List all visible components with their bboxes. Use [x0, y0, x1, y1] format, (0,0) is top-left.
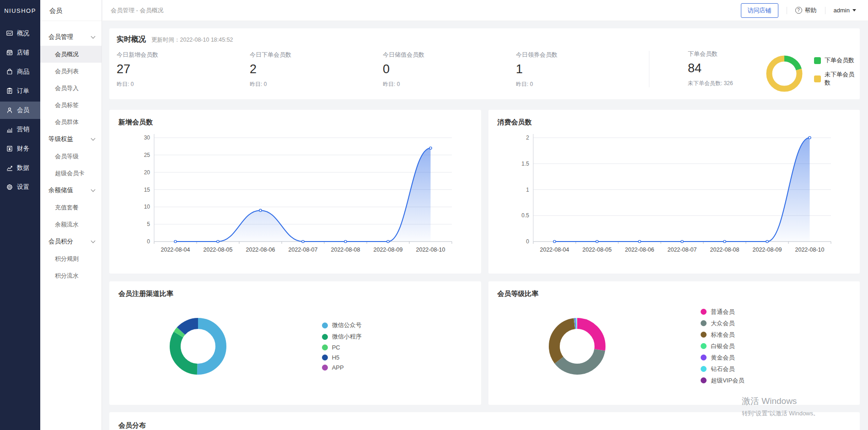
sidebar-item-商品[interactable]: 商品 — [0, 63, 40, 81]
legend-item-H5[interactable]: H5 — [322, 354, 481, 361]
stat-value: 27 — [117, 62, 250, 76]
legend-label: 大众会员 — [711, 319, 734, 328]
sidebar-item-会员[interactable]: 会员 — [0, 102, 40, 119]
svg-text:0.5: 0.5 — [521, 212, 529, 219]
sidebar-item-财务[interactable]: 财务 — [0, 140, 40, 157]
legend-swatch — [322, 365, 328, 371]
sidebar-item-label: 会员 — [17, 106, 29, 114]
svg-text:0: 0 — [147, 238, 150, 245]
svg-text:25: 25 — [144, 152, 150, 158]
sidebar-item-营销[interactable]: 营销 — [0, 121, 40, 138]
svg-text:0: 0 — [526, 238, 529, 245]
submenu-item-会员概况[interactable]: 会员概况 — [40, 46, 102, 63]
legend-item-大众会员[interactable]: 大众会员 — [701, 319, 860, 328]
stat-label: 今日储值会员数 — [383, 51, 516, 59]
stat-sub: 未下单会员数: 326 — [688, 80, 757, 87]
chart-box: 00.511.522022-08-042022-08-052022-08-062… — [498, 129, 860, 263]
svg-text:2022-08-10: 2022-08-10 — [416, 247, 445, 253]
stat-value: 0 — [383, 62, 516, 76]
stat-label: 今日领券会员数 — [516, 51, 649, 59]
caret-down-icon — [852, 9, 856, 11]
svg-text:2022-08-05: 2022-08-05 — [582, 247, 611, 253]
order-icon — [6, 87, 13, 95]
help-label: 帮助 — [805, 6, 817, 15]
legend-swatch — [701, 320, 707, 326]
submenu-item-label: 余额流水 — [55, 220, 79, 229]
submenu-item-积分流水[interactable]: 积分流水 — [40, 267, 102, 284]
goods-icon — [6, 68, 13, 75]
legend-item-黄金会员[interactable]: 黄金会员 — [701, 354, 860, 362]
legend-item-超级VIP会员[interactable]: 超级VIP会员 — [701, 376, 860, 385]
sidebar-item-设置[interactable]: 设置 — [0, 178, 40, 196]
line-charts-row: 新增会员数 0510152025302022-08-042022-08-0520… — [109, 110, 860, 274]
sidebar-item-label: 财务 — [17, 145, 29, 153]
sidebar-item-数据[interactable]: 数据 — [0, 159, 40, 177]
sub-sidebar: 会员 会员管理会员概况会员列表会员导入会员标签会员群体等级权益会员等级超级会员卡… — [40, 0, 102, 430]
sidebar-item-概况[interactable]: 概况 — [0, 25, 40, 42]
sub-sidebar-title: 会员 — [40, 0, 102, 21]
legend-swatch — [701, 343, 707, 349]
submenu-group-会员管理[interactable]: 会员管理 — [40, 28, 102, 46]
stat-label: 下单会员数 — [688, 50, 757, 58]
legend-label: 超级VIP会员 — [711, 376, 744, 385]
submenu-item-余额流水[interactable]: 余额流水 — [40, 216, 102, 233]
chart-box: 0510152025302022-08-042022-08-052022-08-… — [118, 129, 481, 263]
submenu-item-会员导入[interactable]: 会员导入 — [40, 80, 102, 97]
legend-item-下单会员数[interactable]: 下单会员数 — [814, 56, 860, 64]
register-channel-legend: 微信公众号微信小程序PCH5APP — [278, 321, 481, 371]
legend-item-PC[interactable]: PC — [322, 344, 481, 351]
svg-text:10: 10 — [144, 204, 150, 210]
topbar-divider — [825, 7, 825, 14]
donut-charts-row: 会员注册渠道比率 微信公众号微信小程序PCH5APP 会员等级比率 普通会员大众… — [109, 281, 860, 405]
chevron-down-icon — [91, 188, 96, 192]
submenu-item-label: 充值套餐 — [55, 204, 79, 212]
legend-swatch — [322, 334, 328, 340]
help-menu[interactable]: 帮助 — [795, 6, 817, 15]
stat-sub: 昨日: 0 — [516, 81, 649, 88]
legend-item-标准会员[interactable]: 标准会员 — [701, 331, 860, 339]
svg-text:2022-08-06: 2022-08-06 — [246, 247, 275, 253]
legend-label: 未下单会员数 — [825, 70, 860, 87]
submenu-item-会员群体[interactable]: 会员群体 — [40, 113, 102, 130]
visit-shop-button[interactable]: 访问店铺 — [741, 3, 778, 18]
main-sidebar: NIUSHOP 概况店铺商品订单会员营销财务数据设置 — [0, 0, 40, 430]
topbar-divider — [787, 7, 787, 14]
realtime-update-time: 更新时间：2022-08-10 18:45:52 — [151, 36, 233, 44]
submenu-item-会员列表[interactable]: 会员列表 — [40, 63, 102, 80]
submenu-group-label: 会员积分 — [48, 237, 73, 246]
realtime-head: 实时概况 更新时间：2022-08-10 18:45:52 — [117, 35, 860, 44]
order-stats-group: 下单会员数 84 未下单会员数: 326 下单会员数未下单会员数 — [649, 50, 860, 94]
submenu-item-积分规则[interactable]: 积分规则 — [40, 250, 102, 267]
legend-item-未下单会员数[interactable]: 未下单会员数 — [814, 70, 860, 87]
submenu-item-会员标签[interactable]: 会员标签 — [40, 97, 102, 113]
submenu-item-充值套餐[interactable]: 充值套餐 — [40, 199, 102, 216]
stat-block-今日新增会员数: 今日新增会员数27昨日: 0 — [117, 50, 250, 88]
legend-item-微信公众号[interactable]: 微信公众号 — [322, 321, 481, 329]
sidebar-item-label: 店铺 — [17, 48, 29, 57]
submenu-item-超级会员卡[interactable]: 超级会员卡 — [40, 165, 102, 182]
legend-item-微信小程序[interactable]: 微信小程序 — [322, 333, 481, 341]
sub-menu: 会员管理会员概况会员列表会员导入会员标签会员群体等级权益会员等级超级会员卡余额储… — [40, 21, 102, 284]
legend-label: 标准会员 — [711, 331, 734, 339]
stat-block-今日储值会员数: 今日储值会员数0昨日: 0 — [383, 50, 516, 88]
sidebar-item-店铺[interactable]: 店铺 — [0, 44, 40, 61]
legend-item-普通会员[interactable]: 普通会员 — [701, 308, 860, 316]
settings-icon — [6, 183, 13, 191]
legend-item-钻石会员[interactable]: 钻石会员 — [701, 365, 860, 373]
stat-sub: 昨日: 0 — [117, 81, 250, 88]
user-menu[interactable]: admin — [834, 7, 856, 14]
sidebar-item-label: 概况 — [17, 29, 29, 38]
sidebar-item-订单[interactable]: 订单 — [0, 82, 40, 100]
submenu-group-等级权益[interactable]: 等级权益 — [40, 130, 102, 148]
card-title: 会员注册渠道比率 — [118, 290, 481, 298]
order-ratio-donut-chart — [764, 54, 804, 94]
legend-item-白银会员[interactable]: 白银会员 — [701, 342, 860, 350]
submenu-group-余额储值[interactable]: 余额储值 — [40, 182, 102, 199]
legend-label: APP — [332, 364, 344, 371]
legend-item-APP[interactable]: APP — [322, 364, 481, 371]
submenu-item-会员等级[interactable]: 会员等级 — [40, 148, 102, 165]
sidebar-item-label: 订单 — [17, 87, 29, 95]
submenu-group-会员积分[interactable]: 会员积分 — [40, 233, 102, 250]
svg-text:2022-08-07: 2022-08-07 — [289, 247, 318, 253]
member-level-card: 会员等级比率 普通会员大众会员标准会员白银会员黄金会员钻石会员超级VIP会员 — [488, 281, 860, 405]
